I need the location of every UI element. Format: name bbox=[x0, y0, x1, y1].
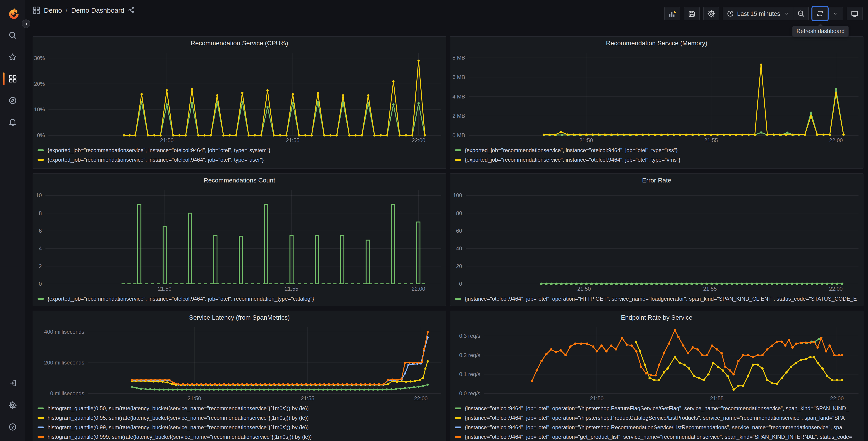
legend-item[interactable]: {exported_job="recommendationservice", i… bbox=[455, 155, 859, 164]
svg-text:22:00: 22:00 bbox=[412, 286, 425, 292]
grafana-logo-icon[interactable] bbox=[7, 8, 19, 20]
sign-in-icon bbox=[9, 379, 17, 387]
svg-text:0 milliseconds: 0 milliseconds bbox=[50, 390, 84, 396]
legend-series-color bbox=[455, 407, 461, 409]
svg-text:21:50: 21:50 bbox=[577, 286, 591, 292]
legend-series-color bbox=[455, 149, 461, 151]
panel-recommendation-service-cpu: Recommendation Service (CPU%) 21:5021:55… bbox=[33, 36, 446, 169]
zoom-out-time-range-button[interactable] bbox=[793, 7, 809, 20]
svg-text:8: 8 bbox=[39, 210, 42, 216]
clock-icon bbox=[726, 10, 734, 17]
timeseries-chart[interactable]: 21:5021:5522:000 milliseconds200 millise… bbox=[33, 324, 446, 403]
svg-text:0.1 req/s: 0.1 req/s bbox=[459, 371, 480, 377]
legend-series-name: histogram_quantile(0.50, sum(rate(latenc… bbox=[48, 405, 309, 411]
dashboard-settings-button[interactable] bbox=[703, 7, 719, 20]
legend-item[interactable]: {instance="otelcol:9464", job="otel", op… bbox=[455, 404, 859, 413]
refresh-dashboard-button[interactable] bbox=[812, 7, 828, 20]
svg-text:20%: 20% bbox=[34, 81, 45, 87]
timeseries-chart[interactable]: 21:5021:5522:00020406080100 bbox=[450, 186, 863, 293]
svg-text:22:00: 22:00 bbox=[830, 395, 843, 401]
legend-series-color bbox=[37, 159, 44, 160]
breadcrumb-separator: / bbox=[66, 6, 67, 14]
legend-item[interactable]: histogram_quantile(0.999, sum(rate(laten… bbox=[37, 432, 441, 441]
sidebar-item-configuration[interactable] bbox=[0, 397, 25, 413]
active-section-indicator bbox=[3, 72, 4, 85]
svg-text:80: 80 bbox=[456, 210, 462, 216]
svg-text:2: 2 bbox=[39, 263, 42, 269]
panel-title[interactable]: Recommendation Service (Memory) bbox=[450, 37, 863, 49]
sidebar-item-starred[interactable] bbox=[0, 49, 25, 65]
legend-item[interactable]: {instance="otelcol:9464", job="otel", op… bbox=[455, 294, 859, 303]
timeseries-chart[interactable]: 21:5021:5522:000.0 req/s0.1 req/s0.2 req… bbox=[450, 324, 863, 403]
apps-icon bbox=[9, 75, 17, 83]
share-alt-icon[interactable] bbox=[128, 7, 135, 13]
refresh-interval-button[interactable] bbox=[828, 7, 843, 20]
panel-title[interactable]: Recommendation Service (CPU%) bbox=[33, 37, 446, 49]
tv-kiosk-mode-button[interactable] bbox=[847, 7, 863, 20]
legend-item[interactable]: {exported_job="recommendationservice", i… bbox=[455, 145, 859, 155]
panel-title[interactable]: Recommendations Count bbox=[33, 174, 446, 186]
svg-text:0: 0 bbox=[459, 281, 462, 287]
svg-text:21:55: 21:55 bbox=[286, 137, 299, 143]
svg-text:6 MB: 6 MB bbox=[453, 74, 465, 80]
svg-text:4: 4 bbox=[39, 245, 42, 252]
breadcrumb-section[interactable]: Demo bbox=[44, 6, 62, 14]
legend-item[interactable]: {exported_job="recommendationservice", i… bbox=[37, 145, 441, 155]
sync-icon bbox=[816, 10, 824, 17]
svg-text:8 MB: 8 MB bbox=[453, 55, 465, 61]
sidebar-item-sign-in[interactable] bbox=[0, 375, 25, 391]
sidebar-item-dashboards[interactable] bbox=[0, 70, 25, 87]
panel-title[interactable]: Endpoint Rate by Service bbox=[450, 311, 863, 324]
sidebar-item-search[interactable] bbox=[0, 27, 25, 43]
panel-title[interactable]: Error Rate bbox=[450, 174, 863, 186]
svg-text:6: 6 bbox=[39, 228, 42, 234]
panel-legend: {instance="otelcol:9464", job="otel", op… bbox=[450, 293, 863, 303]
save-icon bbox=[688, 10, 695, 18]
breadcrumb-page[interactable]: Demo Dashboard bbox=[71, 6, 124, 14]
legend-series-name: {instance="otelcol:9464", job="otel", op… bbox=[465, 295, 857, 302]
add-panel-button[interactable] bbox=[664, 7, 680, 20]
svg-text:0.3 req/s: 0.3 req/s bbox=[459, 333, 480, 339]
sidebar-item-alerting[interactable] bbox=[0, 114, 25, 130]
save-dashboard-button[interactable] bbox=[684, 7, 700, 20]
legend-item[interactable]: histogram_quantile(0.95, sum(rate(latenc… bbox=[37, 413, 441, 422]
chevron-down-icon bbox=[784, 11, 789, 16]
legend-item[interactable]: {instance="otelcol:9464", job="otel", op… bbox=[455, 413, 859, 422]
legend-series-color bbox=[37, 436, 44, 438]
legend-item[interactable]: {exported_job="recommendationservice", i… bbox=[37, 155, 441, 164]
panel-title[interactable]: Service Latency (from SpanMetrics) bbox=[33, 311, 446, 324]
question-circle-icon: ? bbox=[9, 423, 17, 431]
legend-item[interactable]: histogram_quantile(0.50, sum(rate(latenc… bbox=[37, 404, 441, 413]
time-range-label: Last 15 minutes bbox=[737, 10, 780, 17]
legend-series-name: histogram_quantile(0.95, sum(rate(latenc… bbox=[48, 414, 309, 421]
legend-item[interactable]: histogram_quantile(0.99, sum(rate(latenc… bbox=[37, 422, 441, 432]
timeseries-chart[interactable]: 21:5021:5522:000246810 bbox=[33, 186, 446, 293]
svg-text:0: 0 bbox=[39, 281, 42, 287]
svg-text:21:55: 21:55 bbox=[703, 286, 717, 292]
panel-legend: {exported_job="recommendationservice", i… bbox=[33, 144, 446, 164]
timeseries-chart[interactable]: 21:5021:5522:000 MB2 MB4 MB6 MB8 MB bbox=[450, 49, 863, 144]
svg-text:21:50: 21:50 bbox=[160, 137, 174, 143]
svg-text:21:55: 21:55 bbox=[710, 395, 724, 401]
legend-item[interactable]: {instance="otelcol:9464", job="otel", op… bbox=[455, 422, 859, 432]
sidebar-item-explore[interactable] bbox=[0, 92, 25, 109]
compass-icon bbox=[9, 96, 17, 105]
time-range-picker-button[interactable]: Last 15 minutes bbox=[722, 7, 793, 20]
legend-series-color bbox=[37, 407, 44, 409]
refresh-tooltip: Refresh dashboard bbox=[793, 26, 849, 37]
dashboard-toolbar: Last 15 minutes bbox=[664, 7, 863, 20]
expand-sidebar-button[interactable] bbox=[22, 20, 30, 28]
legend-item[interactable]: {instance="otelcol:9464", job="otel", op… bbox=[455, 432, 859, 441]
legend-series-color bbox=[455, 426, 461, 428]
svg-text:21:55: 21:55 bbox=[301, 395, 314, 401]
svg-text:200 milliseconds: 200 milliseconds bbox=[44, 359, 84, 365]
sidebar-item-help[interactable]: ? bbox=[0, 419, 25, 435]
svg-text:0.2 req/s: 0.2 req/s bbox=[459, 352, 480, 358]
legend-series-name: {exported_job="recommendationservice", i… bbox=[465, 156, 680, 163]
timeseries-chart[interactable]: 21:5021:5522:000%10%20%30% bbox=[33, 49, 446, 144]
legend-item[interactable]: {exported_job="recommendationservice", i… bbox=[37, 294, 441, 303]
gear-icon bbox=[9, 401, 17, 409]
svg-text:22:00: 22:00 bbox=[829, 137, 843, 143]
time-controls: Last 15 minutes bbox=[722, 7, 809, 20]
legend-series-name: {instance="otelcol:9464", job="otel", op… bbox=[465, 434, 852, 440]
